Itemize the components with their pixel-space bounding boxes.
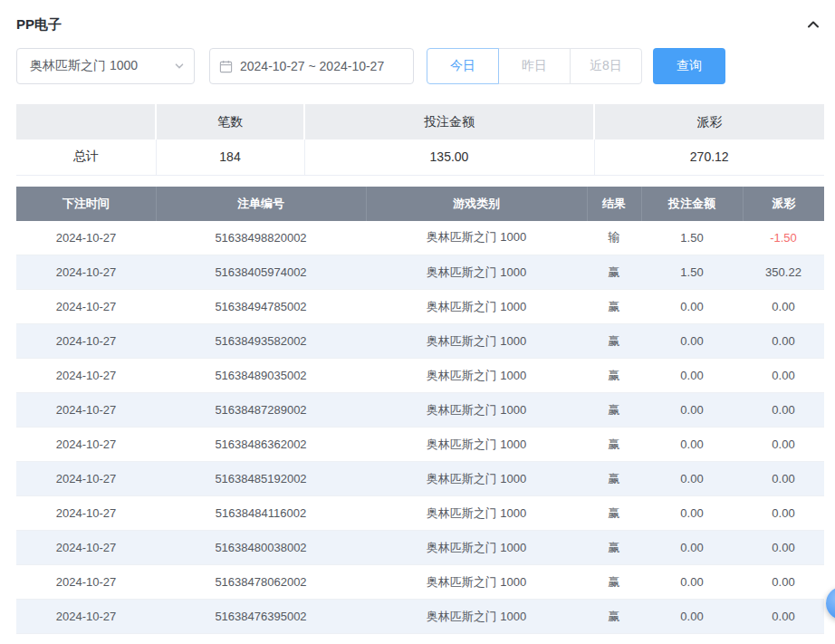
summary-header-spacer [16, 104, 156, 139]
chevron-down-icon [174, 61, 185, 72]
cell-game: 奥林匹斯之门 1000 [366, 393, 587, 428]
summary-total-count: 184 [156, 139, 304, 175]
cell-payout: 0.00 [743, 428, 824, 462]
bet-header-time: 下注时间 [16, 187, 156, 221]
cell-payout: 0.00 [743, 462, 824, 496]
cell-result: 赢 [587, 393, 641, 428]
cell-game: 奥林匹斯之门 1000 [366, 428, 587, 462]
table-row: 2024-10-2751638486362002奥林匹斯之门 1000赢0.00… [16, 428, 824, 462]
cell-game: 奥林匹斯之门 1000 [366, 255, 587, 290]
cell-time: 2024-10-27 [16, 565, 156, 600]
cell-result: 赢 [587, 290, 641, 324]
bet-header-payout: 派彩 [743, 187, 824, 221]
summary-total-payout: 270.12 [594, 139, 824, 175]
date-range-value: 2024-10-27 ~ 2024-10-27 [240, 59, 384, 73]
bet-table-header-row: 下注时间 注单编号 游戏类别 结果 投注金额 派彩 [16, 187, 824, 221]
table-row: 2024-10-2751638487289002奥林匹斯之门 1000赢0.00… [16, 393, 824, 428]
cell-payout: 0.00 [743, 496, 824, 531]
cell-bet: 0.00 [641, 359, 743, 393]
cell-bet: 1.50 [641, 255, 743, 290]
summary-total-row: 总计 184 135.00 270.12 [16, 139, 824, 175]
cell-bet: 0.00 [641, 462, 743, 496]
cell-id: 51638484116002 [156, 496, 366, 531]
cell-id: 51638487289002 [156, 393, 366, 428]
table-row: 2024-10-2751638480038002奥林匹斯之门 1000赢0.00… [16, 531, 824, 565]
quick-button-last8days[interactable]: 近8日 [570, 48, 642, 84]
bet-header-result: 结果 [587, 187, 641, 221]
table-row: 2024-10-2751638489035002奥林匹斯之门 1000赢0.00… [16, 359, 824, 393]
cell-bet: 1.50 [641, 221, 743, 255]
bet-table-body: 2024-10-2751638498820002奥林匹斯之门 1000输1.50… [16, 221, 824, 634]
cell-id: 51638489035002 [156, 359, 366, 393]
table-row: 2024-10-2751638485192002奥林匹斯之门 1000赢0.00… [16, 462, 824, 496]
cell-id: 51638480038002 [156, 531, 366, 565]
cell-payout: 0.00 [743, 324, 824, 359]
cell-game: 奥林匹斯之门 1000 [366, 359, 587, 393]
cell-bet: 0.00 [641, 565, 743, 600]
table-row: 2024-10-2751638405974002奥林匹斯之门 1000赢1.50… [16, 255, 824, 290]
summary-header-row: 笔数 投注金额 派彩 [16, 104, 824, 139]
cell-result: 赢 [587, 496, 641, 531]
search-button[interactable]: 查询 [653, 48, 725, 84]
cell-bet: 0.00 [641, 600, 743, 634]
cell-payout: 0.00 [743, 600, 824, 634]
summary-header-bet-amount: 投注金额 [304, 104, 594, 139]
cell-result: 赢 [587, 565, 641, 600]
cell-game: 奥林匹斯之门 1000 [366, 324, 587, 359]
cell-time: 2024-10-27 [16, 221, 156, 255]
filter-bar: 奥林匹斯之门 1000 2024-10-27 ~ 2024-10-27 今日 昨… [16, 48, 824, 84]
cell-time: 2024-10-27 [16, 531, 156, 565]
bet-header-id: 注单编号 [156, 187, 366, 221]
cell-game: 奥林匹斯之门 1000 [366, 600, 587, 634]
cell-result: 赢 [587, 462, 641, 496]
cell-id: 51638486362002 [156, 428, 366, 462]
date-range-input[interactable]: 2024-10-27 ~ 2024-10-27 [209, 48, 414, 84]
summary-total-bet-amount: 135.00 [304, 139, 594, 175]
cell-game: 奥林匹斯之门 1000 [366, 221, 587, 255]
table-row: 2024-10-2751638493582002奥林匹斯之门 1000赢0.00… [16, 324, 824, 359]
bet-table: 下注时间 注单编号 游戏类别 结果 投注金额 派彩 2024-10-275163… [16, 187, 824, 635]
quick-button-yesterday[interactable]: 昨日 [498, 48, 571, 84]
cell-id: 51638494785002 [156, 290, 366, 324]
cell-game: 奥林匹斯之门 1000 [366, 496, 587, 531]
cell-time: 2024-10-27 [16, 290, 156, 324]
cell-bet: 0.00 [641, 324, 743, 359]
cell-time: 2024-10-27 [16, 428, 156, 462]
cell-result: 赢 [587, 428, 641, 462]
page-title: PP电子 [16, 16, 62, 34]
cell-time: 2024-10-27 [16, 462, 156, 496]
cell-bet: 0.00 [641, 531, 743, 565]
cell-game: 奥林匹斯之门 1000 [366, 462, 587, 496]
collapse-button[interactable] [802, 15, 824, 34]
cell-payout: 0.00 [743, 531, 824, 565]
table-row: 2024-10-2751638494785002奥林匹斯之门 1000赢0.00… [16, 290, 824, 324]
chevron-up-icon [806, 17, 821, 32]
cell-time: 2024-10-27 [16, 496, 156, 531]
cell-game: 奥林匹斯之门 1000 [366, 531, 587, 565]
summary-table: 笔数 投注金额 派彩 总计 184 135.00 270.12 [16, 104, 824, 176]
cell-time: 2024-10-27 [16, 600, 156, 634]
bet-header-game: 游戏类别 [366, 187, 587, 221]
cell-id: 51638485192002 [156, 462, 366, 496]
summary-total-label: 总计 [16, 139, 156, 175]
cell-payout: 0.00 [743, 565, 824, 600]
cell-result: 输 [587, 221, 641, 255]
cell-result: 赢 [587, 531, 641, 565]
cell-game: 奥林匹斯之门 1000 [366, 565, 587, 600]
table-row: 2024-10-2751638498820002奥林匹斯之门 1000输1.50… [16, 221, 824, 255]
table-row: 2024-10-2751638484116002奥林匹斯之门 1000赢0.00… [16, 496, 824, 531]
table-row: 2024-10-2751638478062002奥林匹斯之门 1000赢0.00… [16, 565, 824, 600]
panel-header: PP电子 [16, 13, 824, 36]
quick-button-today[interactable]: 今日 [427, 48, 499, 84]
quick-range-button-group: 今日 昨日 近8日 [427, 48, 642, 84]
summary-header-count: 笔数 [156, 104, 304, 139]
cell-id: 51638476395002 [156, 600, 366, 634]
cell-time: 2024-10-27 [16, 393, 156, 428]
cell-game: 奥林匹斯之门 1000 [366, 290, 587, 324]
cell-result: 赢 [587, 255, 641, 290]
cell-time: 2024-10-27 [16, 324, 156, 359]
game-select[interactable]: 奥林匹斯之门 1000 [16, 48, 195, 84]
pp-electronic-panel: PP电子 奥林匹斯之门 1000 2024-10-27 ~ 2024-10-27… [0, 0, 835, 634]
table-row: 2024-10-2751638476395002奥林匹斯之门 1000赢0.00… [16, 600, 824, 634]
calendar-icon [219, 60, 233, 73]
